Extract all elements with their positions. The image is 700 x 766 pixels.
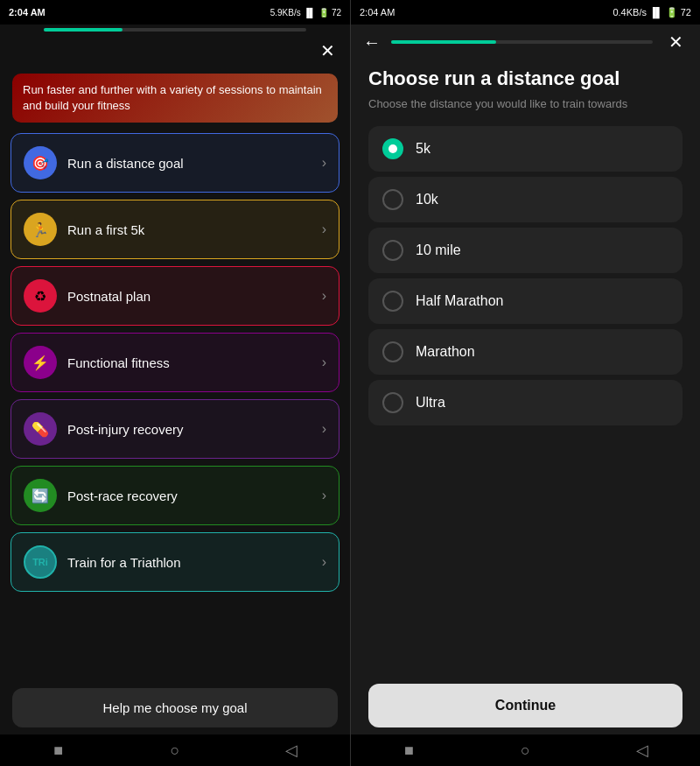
left-progress-bar [44, 28, 306, 32]
left-close-button[interactable]: ✕ [315, 39, 340, 63]
menu-item-distance[interactable]: 🎯 Run a distance goal › [10, 133, 340, 193]
5k-icon: 🏃 [24, 213, 57, 246]
radio-ultra [382, 392, 403, 413]
right-status-bar: 2:04 AM 0.4KB/s ▐▌ 🔋 72 [351, 0, 700, 25]
right-top-controls: ← ✕ [351, 25, 700, 58]
option-label-ultra: Ultra [416, 395, 445, 411]
option-ultra[interactable]: Ultra [368, 380, 682, 425]
right-time: 2:04 AM [360, 7, 395, 18]
option-list: 5k 10k 10 mile Half Marathon Marathon Ul [368, 126, 682, 425]
injury-chevron: › [322, 421, 326, 437]
option-5k[interactable]: 5k [368, 126, 682, 172]
distance-label: Run a distance goal [67, 156, 184, 171]
menu-item-injury[interactable]: 💊 Post-injury recovery › [10, 399, 340, 459]
race-label: Post-race recovery [67, 488, 178, 503]
postnatal-label: Postnatal plan [67, 289, 150, 304]
right-network-speed: 0.4KB/s [612, 7, 647, 18]
left-nav-bar: ■ ○ ◁ [0, 734, 350, 766]
functional-icon: ⚡ [24, 346, 57, 379]
left-battery-level: 72 [332, 8, 341, 18]
left-battery-icon: 🔋 [318, 8, 329, 18]
radio-marathon [382, 341, 403, 362]
right-close-button[interactable]: ✕ [663, 30, 688, 54]
right-nav-square[interactable]: ■ [390, 737, 429, 763]
injury-icon: 💊 [24, 412, 57, 446]
hero-section: Run faster and further with a variety of… [0, 67, 350, 133]
triathlon-chevron: › [322, 554, 326, 570]
race-icon: 🔄 [24, 479, 57, 512]
right-bottom-area: Continue [351, 659, 700, 734]
injury-label: Post-injury recovery [67, 422, 184, 437]
radio-10k [382, 189, 403, 210]
option-10k[interactable]: 10k [368, 177, 682, 222]
left-nav-home[interactable]: ○ [156, 737, 194, 763]
option-label-halfmarathon: Half Marathon [416, 293, 504, 309]
right-content: Choose run a distance goal Choose the di… [351, 58, 700, 659]
left-status-bar: 2:04 AM 5.9KB/s ▐▌ 🔋 72 [0, 0, 350, 25]
option-label-10k: 10k [416, 192, 438, 207]
menu-item-5k[interactable]: 🏃 Run a first 5k › [10, 200, 340, 259]
option-label-5k: 5k [416, 141, 430, 157]
left-time: 2:04 AM [9, 7, 46, 18]
menu-item-race[interactable]: 🔄 Post-race recovery › [10, 466, 340, 525]
option-marathon[interactable]: Marathon [368, 329, 682, 375]
5k-chevron: › [322, 221, 326, 237]
continue-button[interactable]: Continue [368, 684, 682, 727]
5k-label: Run a first 5k [67, 222, 144, 237]
right-progress-bar [391, 40, 653, 44]
radio-halfmarathon [382, 291, 403, 312]
right-nav-home[interactable]: ○ [507, 737, 545, 763]
postnatal-chevron: › [322, 288, 326, 304]
menu-item-postnatal[interactable]: ♻ Postnatal plan › [10, 266, 340, 326]
right-page-subtitle: Choose the distance you would like to tr… [368, 97, 682, 110]
left-status-icons: 5.9KB/s ▐▌ 🔋 72 [270, 8, 341, 18]
left-bottom-area: Help me choose my goal [0, 679, 350, 734]
right-back-button[interactable]: ← [363, 32, 381, 53]
left-signal-icon: ▐▌ [304, 8, 316, 18]
left-network-speed: 5.9KB/s [270, 8, 301, 18]
distance-icon: 🎯 [24, 146, 57, 179]
postnatal-icon: ♻ [24, 279, 57, 313]
menu-item-triathlon[interactable]: TRi Train for a Triathlon › [10, 532, 340, 592]
help-button[interactable]: Help me choose my goal [12, 688, 338, 727]
right-nav-bar: ■ ○ ◁ [351, 734, 700, 766]
right-progress-fill [391, 40, 496, 44]
right-nav-back[interactable]: ◁ [623, 737, 662, 763]
triathlon-icon: TRi [24, 545, 57, 579]
menu-item-functional[interactable]: ⚡ Functional fitness › [10, 333, 340, 392]
triathlon-label: Train for a Triathlon [67, 555, 181, 570]
right-panel: 2:04 AM 0.4KB/s ▐▌ 🔋 72 ← ✕ Choose run a… [350, 0, 700, 766]
functional-label: Functional fitness [67, 355, 170, 370]
left-progress-fill [44, 28, 122, 32]
option-10mile[interactable]: 10 mile [368, 228, 682, 273]
right-battery-icon: 🔋 [666, 7, 678, 18]
menu-list: 🎯 Run a distance goal › 🏃 Run a first 5k… [0, 133, 350, 679]
option-label-marathon: Marathon [416, 344, 475, 360]
distance-chevron: › [322, 155, 326, 171]
option-halfmarathon[interactable]: Half Marathon [368, 278, 682, 324]
left-panel: 2:04 AM 5.9KB/s ▐▌ 🔋 72 ✕ Run faster and… [0, 0, 350, 766]
radio-5k [382, 138, 403, 159]
radio-10mile [382, 240, 403, 261]
right-page-title: Choose run a distance goal [368, 67, 682, 92]
option-label-10mile: 10 mile [416, 242, 461, 258]
race-chevron: › [322, 488, 326, 503]
left-top-controls: ✕ [0, 35, 350, 67]
hero-text: Run faster and further with a variety of… [12, 74, 338, 123]
left-nav-back[interactable]: ◁ [272, 737, 311, 763]
functional-chevron: › [322, 355, 326, 370]
right-battery-level: 72 [681, 7, 691, 18]
right-signal-icon: ▐▌ [649, 7, 663, 18]
left-nav-square[interactable]: ■ [39, 737, 78, 763]
right-status-icons: 0.4KB/s ▐▌ 🔋 72 [612, 7, 691, 18]
